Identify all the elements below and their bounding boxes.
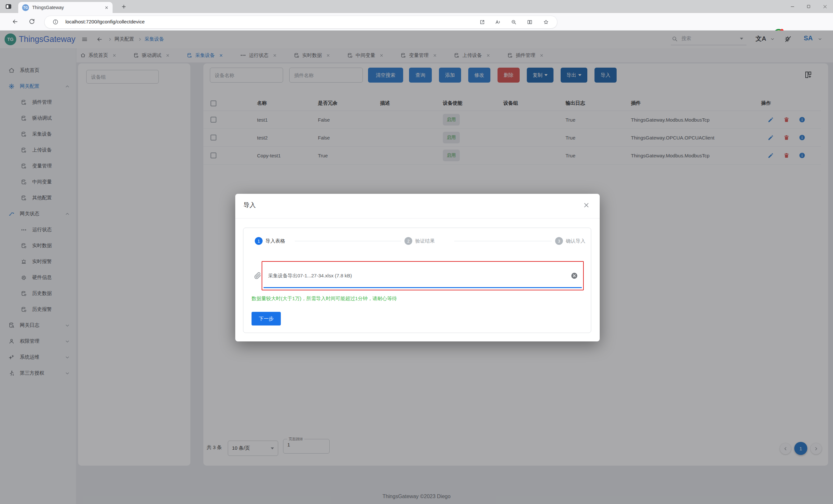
modal-title: 导入 [243,201,256,209]
file-name-text: 采集设备导出07-1...27-34.xlsx (7.8 kB) [262,273,571,279]
modal-divider [235,218,600,219]
read-aloud-icon[interactable] [495,19,501,25]
focus-underline [264,287,582,288]
back-icon[interactable] [12,18,19,25]
step-1-circle: 1 [255,237,263,245]
maximize-button[interactable] [801,0,817,13]
open-in-icon[interactable] [479,19,485,25]
step-2-circle: 2 [404,237,412,245]
url-text: localhost:7200/tgconfig/collectdevice [65,19,145,24]
zoom-icon[interactable] [511,19,517,25]
browser-tab-title: ThingsGateway [32,5,101,10]
step-1-label: 导入表格 [265,238,285,244]
next-step-button[interactable]: 下一步 [252,312,281,326]
step-connector [295,241,401,241]
new-tab-icon[interactable] [121,4,126,9]
refresh-icon[interactable] [29,18,35,25]
step-3-label: 确认导入 [566,238,586,244]
favorite-icon[interactable] [543,19,549,25]
tab-close-icon[interactable] [104,5,109,10]
import-modal: 导入 1 导入表格 2 验证结果 3 确认导入 采集设备导出07-1...27-… [235,194,600,342]
browser-titlebar: TG ThingsGateway [0,0,833,13]
favicon: TG [22,4,29,11]
address-bar[interactable]: localhost:7200/tgconfig/collectdevice [44,16,557,29]
clear-file-icon[interactable] [571,272,578,279]
step-connector [454,241,552,241]
browser-tab[interactable]: TG ThingsGateway [18,2,113,13]
workspaces-icon[interactable] [4,3,13,10]
close-button[interactable] [817,0,833,13]
browser-window: TG ThingsGateway localhost:7200/tgconfig… [0,0,833,504]
site-info-icon[interactable] [52,19,58,25]
minimize-button[interactable] [784,0,801,13]
split-screen-icon[interactable] [527,19,533,25]
import-step-panel: 1 导入表格 2 验证结果 3 确认导入 采集设备导出07-1...27-34.… [243,228,591,333]
step-3-circle: 3 [555,237,563,245]
file-upload-field[interactable]: 采集设备导出07-1...27-34.xlsx (7.8 kB) [262,261,584,291]
paperclip-icon [254,272,261,279]
import-hint: 数据量较大时(大于1万)，所需导入时间可能超过1分钟，请耐心等待 [252,296,397,302]
step-2-label: 验证结果 [415,238,435,244]
browser-toolbar: localhost:7200/tgconfig/collectdevice ⇄ … [0,13,833,30]
app-viewport: TG ThingsGateway 网关配置 采集设备 文A SA 系统首页 [0,30,833,504]
modal-close-icon[interactable] [583,202,590,209]
